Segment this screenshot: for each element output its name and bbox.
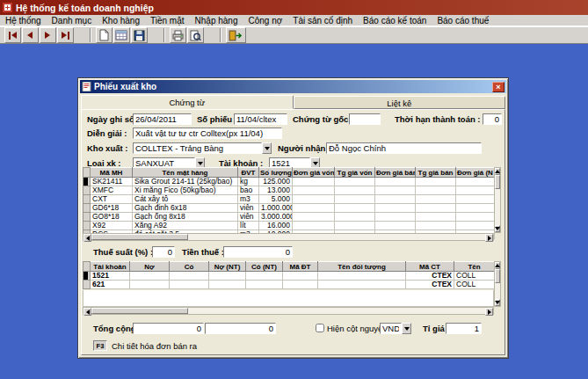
cell[interactable] [375,222,416,230]
new-document-button[interactable] [96,27,113,43]
cell[interactable] [335,186,375,195]
cell[interactable] [375,195,416,204]
cell[interactable] [335,204,375,213]
row-selector[interactable] [83,204,91,213]
cell[interactable]: XMFC [91,186,133,195]
nguoi-nhan-field[interactable] [326,142,482,154]
cell[interactable] [335,213,375,222]
cell[interactable] [246,272,283,281]
items-grid-hscrollbar[interactable] [83,233,494,241]
ngay-ghi-so-field[interactable] [133,113,192,125]
cell[interactable] [375,186,416,195]
cell[interactable]: 125.000 [259,178,293,186]
cell[interactable] [416,204,456,213]
chung-tu-goc-field[interactable] [349,113,381,125]
cell[interactable] [293,195,335,204]
print-preview-button[interactable] [187,27,204,43]
cell[interactable] [246,281,283,289]
cell[interactable] [456,213,495,222]
print-button[interactable] [170,27,186,43]
f3-key-button[interactable]: F3 [93,340,107,351]
cell[interactable]: Cát xây tô [133,195,238,204]
kho-xuat-field[interactable] [133,142,262,154]
cell[interactable]: 3.000.000 [259,213,293,222]
cell[interactable] [375,178,416,186]
menu-tien-mat[interactable]: Tiền mặt [145,15,190,26]
tien-thue-field[interactable] [223,246,293,258]
cell[interactable]: viên [238,204,259,213]
previous-record-button[interactable] [22,27,39,43]
scroll-thumb[interactable] [495,269,500,283]
so-phieu-field[interactable] [234,113,287,125]
scroll-left-button[interactable] [83,234,91,242]
last-record-button[interactable] [57,27,74,43]
cell[interactable] [335,178,375,186]
menu-kho-hang[interactable]: Kho hàng [97,15,145,26]
cell[interactable] [283,272,318,281]
cell[interactable]: X92 [91,222,133,230]
row-selector[interactable] [83,195,91,204]
scroll-down-button[interactable] [495,299,500,306]
cell[interactable] [318,281,406,289]
cell[interactable] [130,281,170,289]
menu-he-thong[interactable]: Hệ thống [0,15,47,26]
cell[interactable] [456,204,495,213]
cell[interactable] [170,272,209,281]
cell[interactable]: CTEX [406,281,454,289]
exit-button[interactable] [226,27,246,43]
dien-giai-field[interactable] [133,128,282,139]
scroll-thumb[interactable] [91,234,188,240]
cell[interactable] [416,186,456,195]
row-selector[interactable] [83,178,91,186]
cell[interactable] [293,186,335,195]
menu-nhap-hang[interactable]: Nhập hàng [190,15,243,26]
accounts-grid-vscrollbar[interactable] [494,261,501,307]
cell[interactable]: bao [238,186,259,195]
scroll-thumb[interactable] [495,175,500,189]
row-selector[interactable] [83,186,91,195]
tong-cong-field-2[interactable] [205,323,276,334]
cell[interactable]: lít [238,222,259,230]
cell[interactable]: 1521 [91,272,130,281]
scroll-right-button[interactable] [485,308,493,316]
cell[interactable] [416,195,456,204]
scroll-right-button[interactable] [485,234,493,242]
cell[interactable]: CTEX [406,272,454,281]
cell[interactable]: 16.000 [259,222,293,230]
cell[interactable] [283,281,318,289]
menu-danh-muc[interactable]: Danh mục [47,15,98,26]
cell[interactable]: Xi măng Fico (50kg/bao) [133,186,238,195]
thue-suat-field[interactable] [152,246,175,258]
cell[interactable]: kg [238,178,259,186]
thoi-han-field[interactable] [483,113,502,125]
dialog-titlebar[interactable]: Phiếu xuất kho × [80,80,506,93]
scroll-left-button[interactable] [83,308,91,316]
cell[interactable] [456,222,495,230]
cell[interactable] [293,204,335,213]
cell[interactable] [209,272,246,281]
scroll-up-button[interactable] [495,168,500,175]
cell[interactable]: COLL [454,281,495,289]
first-record-button[interactable] [4,27,21,43]
kho-xuat-dropdown-button[interactable] [262,142,272,154]
cell[interactable] [456,178,495,186]
menu-tai-san[interactable]: Tài sản cố định [287,15,358,26]
row-selector[interactable] [83,281,91,289]
items-grid-vscrollbar[interactable] [494,167,501,233]
cell[interactable] [456,186,495,195]
cell[interactable] [293,222,335,230]
tab-liet-ke[interactable]: Liệt kê [294,96,506,109]
scroll-up-button[interactable] [495,262,500,269]
cell[interactable]: 5.000 [259,195,293,204]
tab-chung-tu[interactable]: Chứng từ [81,95,294,109]
cell[interactable] [335,195,375,204]
accounts-grid-hscrollbar[interactable] [83,307,494,315]
cell[interactable] [416,178,456,186]
cell[interactable]: viên [238,213,259,222]
row-selector[interactable] [83,213,91,222]
cell[interactable]: m3 [238,195,259,204]
scroll-thumb[interactable] [91,308,188,314]
cell[interactable]: Xăng A92 [133,222,238,230]
cell[interactable] [375,204,416,213]
cell[interactable] [209,281,246,289]
